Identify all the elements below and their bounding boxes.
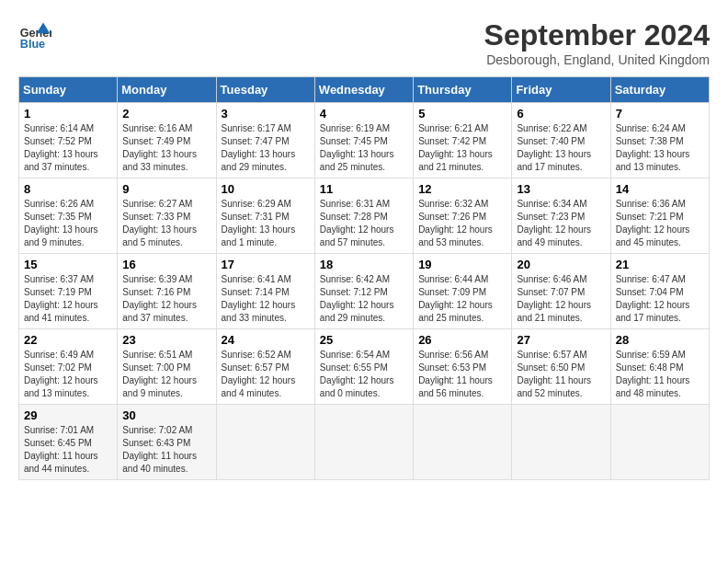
day-info: Sunrise: 6:31 AM Sunset: 7:28 PM Dayligh…	[320, 198, 408, 249]
calendar-day-cell: 24 Sunrise: 6:52 AM Sunset: 6:57 PM Dayl…	[216, 329, 314, 405]
day-info: Sunrise: 6:17 AM Sunset: 7:47 PM Dayligh…	[222, 122, 310, 174]
svg-text:Blue: Blue	[20, 38, 45, 51]
day-number: 28	[616, 333, 704, 347]
calendar-day-cell: 16 Sunrise: 6:39 AM Sunset: 7:16 PM Dayl…	[118, 254, 216, 329]
calendar-header-wednesday: Wednesday	[314, 77, 413, 103]
calendar-day-cell: 21 Sunrise: 6:47 AM Sunset: 7:04 PM Dayl…	[610, 254, 709, 329]
day-info: Sunrise: 6:32 AM Sunset: 7:26 PM Dayligh…	[418, 198, 506, 249]
day-number: 22	[24, 333, 112, 347]
calendar-day-cell: 29 Sunrise: 7:01 AM Sunset: 6:45 PM Dayl…	[19, 405, 118, 480]
day-info: Sunrise: 6:41 AM Sunset: 7:14 PM Dayligh…	[222, 273, 310, 325]
day-info: Sunrise: 7:02 AM Sunset: 6:43 PM Dayligh…	[122, 424, 210, 476]
day-info: Sunrise: 6:14 AM Sunset: 7:52 PM Dayligh…	[24, 122, 112, 174]
calendar-day-cell: 13 Sunrise: 6:34 AM Sunset: 7:23 PM Dayl…	[512, 178, 610, 254]
day-number: 14	[616, 182, 704, 196]
calendar-day-cell: 2 Sunrise: 6:16 AM Sunset: 7:49 PM Dayli…	[118, 103, 216, 178]
calendar-week-row: 1 Sunrise: 6:14 AM Sunset: 7:52 PM Dayli…	[19, 103, 710, 178]
day-info: Sunrise: 6:37 AM Sunset: 7:19 PM Dayligh…	[24, 273, 112, 325]
day-info: Sunrise: 6:59 AM Sunset: 6:48 PM Dayligh…	[616, 349, 704, 400]
month-year-title: September 2024	[484, 18, 710, 52]
day-info: Sunrise: 6:57 AM Sunset: 6:50 PM Dayligh…	[517, 349, 605, 400]
day-number: 7	[616, 107, 704, 121]
day-info: Sunrise: 6:52 AM Sunset: 6:57 PM Dayligh…	[222, 349, 310, 400]
day-number: 15	[24, 258, 112, 271]
day-number: 16	[122, 258, 210, 271]
day-number: 18	[320, 258, 408, 271]
day-info: Sunrise: 6:36 AM Sunset: 7:21 PM Dayligh…	[616, 198, 704, 249]
day-number: 2	[122, 107, 210, 121]
day-number: 11	[320, 182, 408, 196]
day-number: 19	[418, 258, 506, 271]
day-number: 1	[24, 107, 112, 121]
calendar-week-row: 15 Sunrise: 6:37 AM Sunset: 7:19 PM Dayl…	[19, 254, 710, 329]
calendar-day-cell: 6 Sunrise: 6:22 AM Sunset: 7:40 PM Dayli…	[512, 103, 610, 178]
calendar-day-cell: 30 Sunrise: 7:02 AM Sunset: 6:43 PM Dayl…	[118, 405, 216, 480]
calendar-day-cell: 12 Sunrise: 6:32 AM Sunset: 7:26 PM Dayl…	[414, 178, 512, 254]
calendar-header-tuesday: Tuesday	[216, 77, 314, 103]
day-number: 25	[320, 333, 408, 347]
day-number: 23	[122, 333, 210, 347]
calendar-header-row: SundayMondayTuesdayWednesdayThursdayFrid…	[19, 77, 710, 103]
day-info: Sunrise: 6:39 AM Sunset: 7:16 PM Dayligh…	[122, 273, 210, 325]
day-info: Sunrise: 6:56 AM Sunset: 6:53 PM Dayligh…	[418, 349, 506, 400]
day-info: Sunrise: 6:21 AM Sunset: 7:42 PM Dayligh…	[418, 122, 506, 174]
day-info: Sunrise: 6:51 AM Sunset: 7:00 PM Dayligh…	[122, 349, 210, 400]
day-info: Sunrise: 6:46 AM Sunset: 7:07 PM Dayligh…	[517, 273, 605, 325]
calendar-day-cell: 15 Sunrise: 6:37 AM Sunset: 7:19 PM Dayl…	[19, 254, 118, 329]
day-number: 9	[122, 182, 210, 196]
calendar-day-cell: 20 Sunrise: 6:46 AM Sunset: 7:07 PM Dayl…	[512, 254, 610, 329]
calendar-day-cell: 8 Sunrise: 6:26 AM Sunset: 7:35 PM Dayli…	[19, 178, 118, 254]
calendar-day-cell: 10 Sunrise: 6:29 AM Sunset: 7:31 PM Dayl…	[216, 178, 314, 254]
calendar-table: SundayMondayTuesdayWednesdayThursdayFrid…	[18, 76, 710, 480]
logo-icon: General Blue	[18, 18, 51, 52]
calendar-day-cell: 19 Sunrise: 6:44 AM Sunset: 7:09 PM Dayl…	[414, 254, 512, 329]
calendar-header-monday: Monday	[118, 77, 216, 103]
day-number: 5	[418, 107, 506, 121]
calendar-header-sunday: Sunday	[19, 77, 118, 103]
day-number: 17	[222, 258, 310, 271]
day-number: 21	[616, 258, 704, 271]
day-info: Sunrise: 6:34 AM Sunset: 7:23 PM Dayligh…	[517, 198, 605, 249]
day-info: Sunrise: 6:49 AM Sunset: 7:02 PM Dayligh…	[24, 349, 112, 400]
day-number: 30	[122, 408, 210, 422]
calendar-day-cell: 3 Sunrise: 6:17 AM Sunset: 7:47 PM Dayli…	[216, 103, 314, 178]
day-info: Sunrise: 6:47 AM Sunset: 7:04 PM Dayligh…	[616, 273, 704, 325]
calendar-day-cell: 23 Sunrise: 6:51 AM Sunset: 7:00 PM Dayl…	[118, 329, 216, 405]
calendar-day-cell	[414, 405, 512, 480]
day-info: Sunrise: 6:24 AM Sunset: 7:38 PM Dayligh…	[616, 122, 704, 174]
calendar-day-cell: 22 Sunrise: 6:49 AM Sunset: 7:02 PM Dayl…	[19, 329, 118, 405]
calendar-header-saturday: Saturday	[610, 77, 709, 103]
day-number: 26	[418, 333, 506, 347]
calendar-day-cell	[512, 405, 610, 480]
day-number: 20	[517, 258, 605, 271]
location-subtitle: Desborough, England, United Kingdom	[484, 52, 710, 67]
calendar-day-cell: 7 Sunrise: 6:24 AM Sunset: 7:38 PM Dayli…	[610, 103, 709, 178]
day-number: 27	[517, 333, 605, 347]
day-info: Sunrise: 6:29 AM Sunset: 7:31 PM Dayligh…	[222, 198, 310, 249]
calendar-day-cell: 18 Sunrise: 6:42 AM Sunset: 7:12 PM Dayl…	[314, 254, 413, 329]
day-info: Sunrise: 6:16 AM Sunset: 7:49 PM Dayligh…	[122, 122, 210, 174]
page-header: General Blue September 2024 Desborough, …	[18, 18, 710, 67]
calendar-day-cell: 28 Sunrise: 6:59 AM Sunset: 6:48 PM Dayl…	[610, 329, 709, 405]
calendar-day-cell: 14 Sunrise: 6:36 AM Sunset: 7:21 PM Dayl…	[610, 178, 709, 254]
day-number: 29	[24, 408, 112, 422]
calendar-day-cell: 1 Sunrise: 6:14 AM Sunset: 7:52 PM Dayli…	[19, 103, 118, 178]
day-number: 12	[418, 182, 506, 196]
day-number: 13	[517, 182, 605, 196]
day-info: Sunrise: 6:19 AM Sunset: 7:45 PM Dayligh…	[320, 122, 408, 174]
day-info: Sunrise: 6:44 AM Sunset: 7:09 PM Dayligh…	[418, 273, 506, 325]
calendar-day-cell: 26 Sunrise: 6:56 AM Sunset: 6:53 PM Dayl…	[414, 329, 512, 405]
logo: General Blue	[18, 18, 51, 52]
day-info: Sunrise: 6:22 AM Sunset: 7:40 PM Dayligh…	[517, 122, 605, 174]
day-number: 3	[222, 107, 310, 121]
calendar-week-row: 29 Sunrise: 7:01 AM Sunset: 6:45 PM Dayl…	[19, 405, 710, 480]
calendar-day-cell	[216, 405, 314, 480]
day-number: 8	[24, 182, 112, 196]
calendar-day-cell: 9 Sunrise: 6:27 AM Sunset: 7:33 PM Dayli…	[118, 178, 216, 254]
calendar-day-cell: 11 Sunrise: 6:31 AM Sunset: 7:28 PM Dayl…	[314, 178, 413, 254]
calendar-header-thursday: Thursday	[414, 77, 512, 103]
day-number: 4	[320, 107, 408, 121]
calendar-header-friday: Friday	[512, 77, 610, 103]
day-number: 6	[517, 107, 605, 121]
calendar-day-cell: 5 Sunrise: 6:21 AM Sunset: 7:42 PM Dayli…	[414, 103, 512, 178]
